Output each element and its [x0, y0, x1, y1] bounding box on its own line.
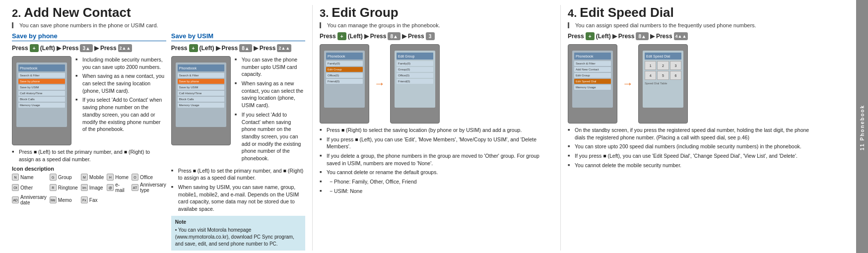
- key-3[interactable]: 3▲: [80, 44, 92, 52]
- eg-bullet-3: If you delete a group, the phone numbers…: [320, 152, 553, 167]
- sd-bullet-3: If you press ■ (Left), you can use 'Edit…: [568, 152, 812, 160]
- press-eg3: Press: [408, 33, 424, 40]
- press-label-u3: Press: [260, 45, 276, 52]
- section-3-heading: Edit Group: [332, 5, 398, 20]
- main-content: 2. Add New Contact You can save phone nu…: [0, 0, 856, 253]
- eg-row-1: Family(0): [326, 61, 363, 66]
- arrow-eg1: ▶: [364, 33, 369, 40]
- press-sd2: Press: [618, 33, 635, 40]
- icon-name-label: Name: [20, 175, 34, 180]
- edit-sd-press: Press + (Left) ▶ Press 8▲ ▶ Press 4▲▲: [568, 32, 812, 40]
- icon-email: @ e-mail: [107, 182, 129, 193]
- save-by-usim-extra: Press ■ (Left) to set the primary number…: [171, 167, 305, 213]
- key-green-eg[interactable]: +: [337, 32, 346, 40]
- page-container: 2. Add New Contact You can save phone nu…: [0, 0, 868, 253]
- save-by-phone-bullets: Including mobile security numbers, you c…: [75, 56, 166, 145]
- save-by-usim-title: Save by USIM: [171, 32, 305, 41]
- section-2-heading: Add New Contact: [24, 5, 131, 20]
- save-by-phone-press: Press + (Left) ▶ Press 3▲ ▶ Press 2▲▲: [12, 44, 166, 52]
- icon-image-label: Image: [89, 185, 103, 190]
- key-green-u[interactable]: +: [189, 44, 198, 52]
- icon-desc-title: Icon description: [12, 166, 166, 172]
- press-label-u1: Press: [171, 45, 188, 52]
- usim-bullet-3: If you select 'Add to Contact' when savi…: [235, 111, 305, 162]
- screen-row-2: Save by phone: [18, 79, 65, 84]
- key-green-1[interactable]: +: [30, 44, 39, 52]
- forward-arrow-sd: →: [622, 77, 633, 90]
- screen-row-5: Block Calls: [18, 97, 65, 102]
- eg-header-1: Phonebook: [326, 53, 363, 60]
- eg-row-2: Edit Group: [326, 67, 363, 72]
- usim-extra-2: When saving by USIM, you can save name, …: [171, 184, 305, 213]
- phone-sd-1: Phonebook Search & Filter Add New Contac…: [568, 44, 617, 124]
- screen-header-usim: Phonebook: [178, 64, 224, 71]
- note-text: • You can visit Motorola homepage (www.m…: [175, 227, 301, 248]
- press-label-1: Press: [12, 45, 28, 52]
- phone-sd-2: Edit Speed Dial 1 2 3 4 5 6 Speed Dial T…: [638, 44, 688, 124]
- icon-memo-label: Memo: [58, 197, 72, 203]
- section-4-heading: Edit Speed Dial: [580, 5, 673, 20]
- sd-cell-5: 5: [657, 71, 668, 80]
- phone-eg-2: Edit Group Family(0) Group(0) Office(0) …: [390, 44, 440, 124]
- press-label-3: Press: [100, 45, 117, 52]
- icon-group-label: Group: [58, 175, 72, 180]
- key-4sd[interactable]: 4▲▲: [674, 32, 688, 40]
- key-8eg[interactable]: 8▲: [388, 32, 400, 40]
- sd-cell-1: 1: [645, 61, 656, 70]
- key-3eg[interactable]: 3: [426, 32, 435, 40]
- icon-mobile: M Mobile: [81, 174, 104, 181]
- sd-row-1: Search & Filter: [574, 61, 611, 66]
- icon-other-box: Ot: [12, 184, 19, 191]
- sd-bullet-1: On the standby screen, if you press the …: [568, 126, 812, 141]
- screen-row-u4: Call History/Time: [178, 91, 224, 96]
- sd-bullet-4: You cannot delete the mobile security nu…: [568, 162, 812, 169]
- edit-sd-phones: Phonebook Search & Filter Add New Contac…: [568, 44, 812, 124]
- sd-bullet-2: You can store upto 200 speed dial number…: [568, 143, 812, 150]
- section-3-desc: You can manage the groups in the phonebo…: [320, 22, 553, 28]
- icon-other: Ot Other: [12, 182, 47, 193]
- icon-mobile-box: M: [81, 174, 88, 181]
- arrow-1: ▶: [57, 45, 61, 52]
- icon-fax-label: Fax: [89, 197, 98, 203]
- sd-cell-4: 4: [645, 71, 656, 80]
- eg-header-2: Edit Group: [397, 53, 433, 60]
- icon-home-label: Home: [115, 175, 129, 180]
- press-sd1: Press: [568, 33, 584, 40]
- phone-screen-usim: Phonebook Search & Filter Save by phone …: [176, 63, 226, 127]
- section-4-title: 4. Edit Speed Dial: [568, 5, 812, 20]
- icon-grid: N Name G Group M Mobile H: [12, 174, 166, 205]
- icon-home-box: H: [107, 174, 114, 181]
- icon-office: O Office: [132, 174, 166, 181]
- sd-cell-2: 2: [657, 61, 668, 70]
- key-green-sd[interactable]: +: [586, 32, 595, 40]
- arrow-u2: ▶: [254, 45, 258, 52]
- icon-ringtone-label: Ringtone: [58, 185, 78, 190]
- key-8u[interactable]: 8▲: [239, 44, 252, 52]
- phone-sd-screen-2: Edit Speed Dial 1 2 3 4 5 6 Speed Dial T…: [643, 51, 683, 108]
- phone-image-usim: Phonebook Search & Filter Save by phone …: [171, 56, 231, 145]
- key-2a[interactable]: 2▲▲: [118, 44, 133, 52]
- save-by-phone-title: Save by phone: [12, 32, 166, 41]
- eg-bullet-6: − USIM: None: [320, 188, 553, 195]
- icon-group: G Group: [50, 174, 78, 181]
- icon-ann-type-label: Anniversary type: [140, 182, 166, 193]
- eg-bullet-1: Press ■ (Right) to select the saving loc…: [320, 126, 553, 134]
- press-sd3: Press: [656, 33, 672, 40]
- sd-cell-6: 6: [670, 71, 681, 80]
- sd-header-2: Edit Speed Dial: [645, 53, 681, 60]
- save-by-usim: Save by USIM Press + (Left) ▶ Press 8▲ ▶…: [171, 32, 305, 251]
- key-2u[interactable]: 2▲▲: [277, 44, 291, 52]
- save-by-phone-extra: Press ■ (Left) to set the primary number…: [12, 148, 166, 163]
- eg-row-3: Office(0): [326, 73, 363, 78]
- icon-mobile-label: Mobile: [89, 175, 104, 180]
- sd-table-label: Speed Dial Table: [645, 82, 681, 85]
- left-label-1: (Left): [40, 45, 55, 52]
- icon-image: Im Image: [81, 182, 104, 193]
- icon-anniversary-type: AT Anniversary type: [132, 182, 166, 193]
- key-8sd[interactable]: 8▲: [636, 32, 648, 40]
- icon-ringtone: R Ringtone: [50, 182, 78, 193]
- note-box: Note • You can visit Motorola homepage (…: [171, 216, 305, 251]
- usim-extra-1: Press ■ (Left) to set the primary number…: [171, 167, 305, 182]
- side-tab: 11 Phonebook: [856, 0, 868, 253]
- screen-row-4: Call History/Time: [18, 91, 65, 96]
